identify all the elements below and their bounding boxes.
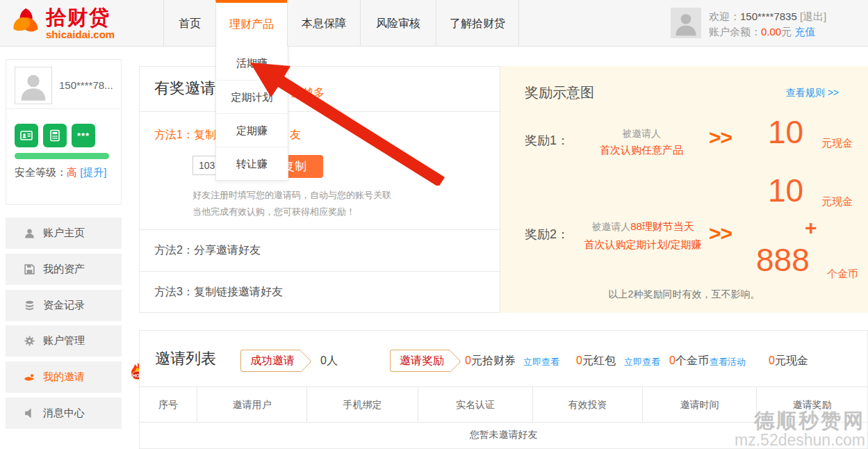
header: 拾财贷 shicaidai.com 首页 理财产品 本息保障 风险审核 了解拾财… — [0, 0, 868, 47]
dropdown-item-dingqi-plan[interactable]: 定期计划 — [216, 80, 288, 113]
reward2-unit2: 个金币 — [827, 268, 858, 281]
reward2-line1-gray: 被邀请人 — [591, 221, 630, 232]
person-icon — [15, 67, 51, 104]
stat-cash: 0元现金 — [769, 354, 808, 368]
logout-link[interactable]: [退出] — [800, 10, 826, 22]
security-progress-bar — [15, 153, 109, 159]
sidebar-item-message-center[interactable]: 消息中心 — [6, 398, 122, 429]
security-boost-link[interactable]: [提升] — [80, 166, 106, 178]
person-icon — [24, 227, 35, 239]
calculator-icon[interactable] — [43, 124, 67, 147]
success-invite-badge: 成功邀请 — [240, 350, 300, 372]
reward2-amount2: 888 — [756, 241, 810, 279]
watermark-title: 德顺秒赞网 — [735, 410, 865, 431]
logo[interactable]: 拾财贷 shicaidai.com — [10, 6, 115, 41]
hand-icon — [24, 371, 35, 383]
sidebar-avatar — [15, 67, 52, 104]
speaker-icon — [24, 407, 35, 419]
sidebar-item-my-assets[interactable]: 我的资产 — [6, 254, 122, 285]
coins-icon — [24, 300, 35, 311]
account-username: 150****7835 — [740, 10, 797, 22]
view-coupon-link[interactable]: 立即查看 — [523, 356, 559, 368]
balance-label: 账户余额： — [709, 26, 761, 38]
reward2-plus: + — [805, 216, 817, 240]
person-icon — [671, 8, 701, 38]
stat-coupon: 0元拾财券 — [465, 354, 516, 368]
divider — [140, 271, 500, 272]
id-card-icon[interactable] — [15, 124, 38, 147]
rewards-title: 奖励示意图 — [525, 83, 594, 102]
balance-value: 0.00 — [761, 26, 781, 38]
sidebar-item-fund-records[interactable]: 资金记录 — [6, 290, 122, 321]
method2-label: 方法2：分享邀请好友 — [154, 243, 261, 258]
dropdown-item-zhuanrang[interactable]: 转让赚 — [216, 147, 288, 180]
col-index: 序号 — [140, 387, 197, 422]
sidebar-item-label: 账户主页 — [43, 227, 85, 240]
dropdown-item-huoqi[interactable]: 活期赚 — [216, 47, 288, 80]
col-invited-user: 邀请用户 — [197, 387, 306, 422]
save-icon — [24, 263, 35, 275]
account-info: 欢迎：150****7835 [退出] 账户余额：0.00元 充值 — [709, 9, 826, 40]
security-level-value: 高 — [67, 166, 77, 178]
rewards-footer-note: 以上2种奖励同时有效，互不影响。 — [500, 288, 868, 301]
reward2-line1-orange: 88理财节当天 — [630, 220, 694, 232]
nav-home[interactable]: 首页 — [163, 0, 215, 47]
balance-unit: 元 — [781, 26, 792, 38]
view-activity-link[interactable]: 查看活动 — [710, 356, 746, 368]
invite-help-line1: 好友注册时填写您的邀请码，自动与您的账号关联 — [193, 189, 391, 202]
sidebar-username: 150****78... — [59, 79, 113, 91]
invite-title: 有奖邀请 — [154, 78, 215, 99]
invite-count: 0人 — [320, 354, 338, 368]
sidebar-item-my-invites[interactable]: 我的邀请 HOT! — [6, 361, 122, 393]
sidebar-profile-panel: 150****78... — [6, 59, 122, 205]
reward2-unit1: 元现金 — [821, 195, 853, 209]
view-redpacket-link[interactable]: 立即查看 — [624, 356, 660, 368]
sidebar-item-label: 我的资产 — [43, 263, 85, 276]
sidebar-item-label: 消息中心 — [43, 407, 85, 420]
reward1-unit: 元现金 — [821, 137, 853, 150]
divider — [6, 108, 121, 109]
nav-risk[interactable]: 风险审核 — [360, 0, 436, 47]
watermark-url: mz.52deshun.com — [735, 432, 865, 448]
view-rules-link[interactable]: 查看规则 >> — [786, 87, 839, 99]
nav-products[interactable]: 理财产品 — [215, 0, 287, 47]
sidebar-item-label: 资金记录 — [43, 299, 85, 312]
invite-list-title: 邀请列表 — [155, 348, 216, 369]
recharge-link[interactable]: 充值 — [794, 26, 815, 38]
reward1-description: 被邀请人 首次认购任意产品 — [575, 125, 707, 158]
sidebar-item-account-settings[interactable]: 账户管理 — [6, 325, 122, 357]
password-stars-icon[interactable]: *** — [72, 124, 95, 147]
col-valid-invest: 有效投资 — [532, 387, 642, 422]
reward2-label: 奖励2： — [525, 226, 569, 243]
password-stars: *** — [77, 131, 90, 141]
reward1-arrow: >> — [709, 126, 732, 149]
reward2-arrow: >> — [709, 222, 732, 245]
dropdown-item-dingqi[interactable]: 定期赚 — [216, 113, 288, 147]
products-dropdown: 活期赚 定期计划 定期赚 转让赚 — [215, 47, 288, 181]
reward2-description: 被邀请人88理财节当天 首次认购定期计划/定期赚 — [570, 218, 716, 253]
brand-domain: shicaidai.com — [46, 29, 115, 40]
divider — [140, 111, 500, 112]
reward1-amount: 10 — [768, 113, 803, 151]
rewards-panel: 奖励示意图 查看规则 >> 奖励1： 被邀请人 首次认购任意产品 >> 10 元… — [500, 66, 868, 313]
stat-redpacket: 0元红包 — [576, 354, 616, 368]
reward1-line2: 首次认购任意产品 — [575, 142, 707, 158]
welcome-label: 欢迎： — [709, 10, 740, 22]
main-nav: 首页 理财产品 本息保障 风险审核 了解拾财贷 — [163, 0, 519, 47]
sidebar-item-account-home[interactable]: 账户主页 — [6, 218, 122, 249]
header-avatar — [671, 8, 701, 38]
watermark: 德顺秒赞网 mz.52deshun.com — [735, 410, 865, 448]
reward1-line1: 被邀请人 — [575, 125, 707, 142]
brand-name: 拾财贷 — [46, 8, 115, 28]
stat-goldcoin: 0个金币 — [669, 354, 709, 368]
invite-help-line2: 当他完成有效认购，您可获得相应奖励！ — [193, 206, 355, 218]
page: 拾财贷 shicaidai.com 首页 理财产品 本息保障 风险审核 了解拾财… — [0, 0, 868, 449]
divider — [140, 229, 500, 230]
security-level-label: 安全等级： — [15, 166, 67, 178]
sidebar-item-label: 账户管理 — [43, 334, 85, 348]
gear-icon — [24, 335, 35, 347]
reward2-line2: 首次认购定期计划/定期赚 — [570, 236, 716, 253]
nav-about[interactable]: 了解拾财贷 — [436, 0, 519, 47]
method1-label-suffix: 友 — [290, 128, 301, 142]
nav-guarantee[interactable]: 本息保障 — [287, 0, 360, 47]
